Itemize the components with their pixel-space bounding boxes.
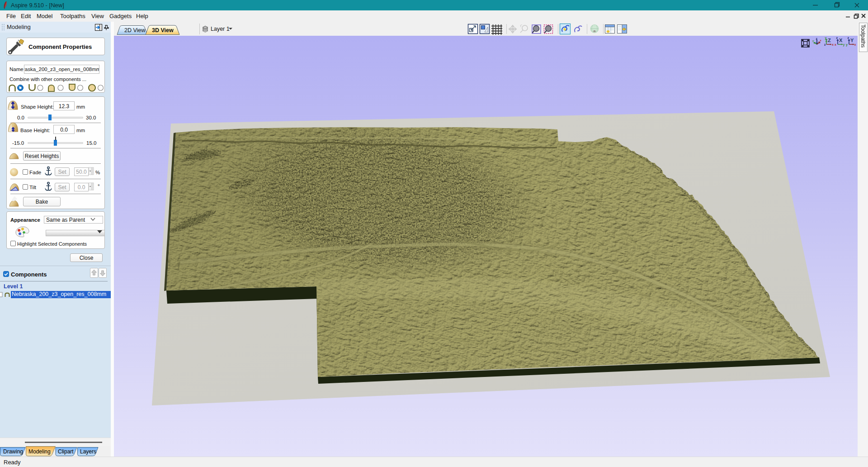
svg-text:y: y <box>812 39 814 42</box>
svg-text:Modeling: Modeling <box>28 448 51 455</box>
svg-text:x: x <box>854 43 856 46</box>
svg-text:2D View: 2D View <box>124 27 146 33</box>
svg-text:Layers: Layers <box>80 448 96 455</box>
svg-text:3D View: 3D View <box>152 27 174 33</box>
svg-text:z: z <box>848 36 849 39</box>
svg-text:Y: Y <box>850 38 854 43</box>
svg-text:y: y <box>843 43 845 47</box>
svg-text:z: z <box>824 43 826 46</box>
svg-text:Drawing: Drawing <box>3 448 23 455</box>
svg-text:X: X <box>839 38 843 43</box>
svg-text:Clipart: Clipart <box>58 448 74 455</box>
svg-text:x: x <box>832 43 834 46</box>
svg-text:x: x <box>835 43 836 46</box>
svg-text:Z: Z <box>828 38 831 43</box>
svg-text:z: z <box>836 36 838 39</box>
svg-text:z: z <box>816 37 818 40</box>
svg-text:y: y <box>825 36 827 40</box>
svg-text:y: y <box>846 43 848 47</box>
svg-text:Layer 1: Layer 1 <box>211 26 230 32</box>
svg-text:x: x <box>820 39 822 42</box>
